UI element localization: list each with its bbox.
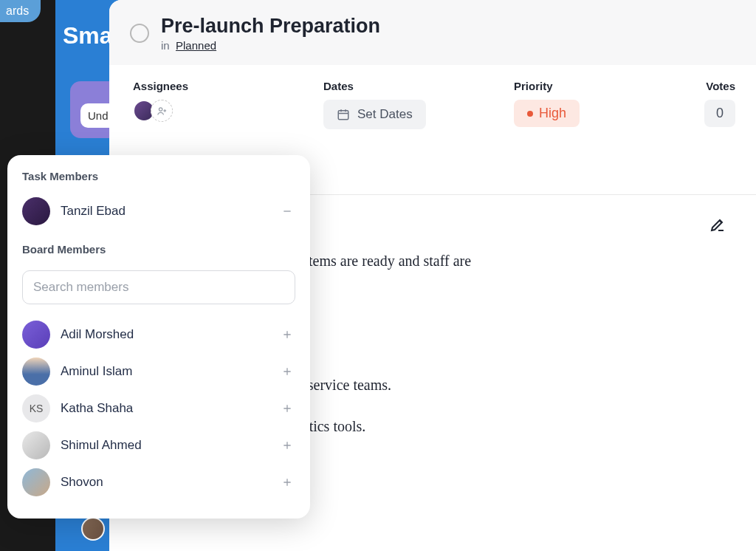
add-member-button[interactable]	[279, 474, 295, 490]
member-name: Tanzil Ebad	[61, 204, 269, 219]
board-member-row[interactable]: Shovon	[22, 464, 295, 501]
task-list-breadcrumb: in Planned	[161, 39, 380, 52]
task-members-heading: Task Members	[22, 170, 295, 182]
search-members-input[interactable]	[22, 270, 295, 304]
svg-rect-1	[338, 111, 348, 120]
member-name: Shovon	[61, 475, 269, 490]
votes-count[interactable]: 0	[704, 100, 735, 127]
pencil-icon	[709, 216, 726, 233]
task-header: Pre-launch Preparation in Planned	[109, 0, 756, 65]
plus-icon	[281, 403, 293, 414]
member-name: Shimul Ahmed	[61, 438, 269, 453]
dates-label: Dates	[323, 80, 514, 92]
minus-icon	[281, 205, 293, 217]
member-avatar	[22, 321, 50, 349]
priority-pill[interactable]: High	[514, 100, 580, 127]
nav-pill-fragment: ards	[0, 0, 41, 22]
priority-label: Priority	[514, 80, 704, 92]
assignees-column: Assignees	[133, 80, 323, 122]
votes-label: Votes	[706, 80, 735, 92]
priority-value: High	[539, 106, 566, 121]
plus-icon	[281, 329, 293, 340]
member-name: Katha Shaha	[61, 401, 269, 416]
board-member-row[interactable]: KSKatha Shaha	[22, 390, 295, 427]
priority-dot-icon	[527, 111, 533, 117]
member-avatar	[22, 431, 50, 459]
add-member-button[interactable]	[279, 363, 295, 380]
complete-task-checkbox[interactable]	[130, 24, 149, 43]
svg-point-0	[159, 107, 162, 110]
remove-member-button[interactable]	[279, 203, 295, 219]
in-label: in	[161, 39, 170, 52]
members-popup: Task Members Tanzil Ebad Board Members A…	[7, 155, 310, 519]
add-member-button[interactable]	[279, 437, 295, 454]
set-dates-button[interactable]: Set Dates	[323, 100, 426, 129]
board-title-fragment: Sma	[63, 22, 113, 49]
calendar-icon	[337, 108, 350, 121]
set-dates-text: Set Dates	[357, 107, 413, 122]
board-member-row[interactable]: Adil Morshed	[22, 316, 295, 353]
board-member-row[interactable]: Aminul Islam	[22, 353, 295, 390]
member-name: Aminul Islam	[61, 364, 269, 379]
add-member-button[interactable]	[279, 326, 295, 343]
assignees-label: Assignees	[133, 80, 323, 92]
dates-column: Dates Set Dates	[323, 80, 514, 129]
member-avatar: KS	[22, 394, 50, 422]
add-assignee-button[interactable]	[151, 100, 173, 122]
member-name: Adil Morshed	[61, 327, 269, 342]
member-avatar	[22, 468, 50, 496]
plus-icon	[281, 439, 293, 451]
add-user-icon	[157, 106, 168, 117]
edit-description-button[interactable]	[709, 216, 726, 233]
plus-icon	[281, 366, 293, 377]
task-title[interactable]: Pre-launch Preparation	[161, 15, 380, 38]
task-meta-row: Assignees Dates Set Dates Priority	[109, 65, 756, 150]
task-member-row[interactable]: Tanzil Ebad	[22, 193, 295, 230]
member-avatar	[22, 357, 50, 386]
card-avatar-fragment	[81, 517, 105, 541]
member-avatar	[22, 197, 50, 225]
board-members-heading: Board Members	[22, 243, 295, 256]
priority-column: Priority High	[514, 80, 704, 127]
votes-column: Votes 0	[704, 80, 735, 127]
add-member-button[interactable]	[279, 400, 295, 417]
plus-icon	[281, 476, 293, 488]
board-member-row[interactable]: Shimul Ahmed	[22, 427, 295, 464]
list-link[interactable]: Planned	[176, 39, 216, 52]
